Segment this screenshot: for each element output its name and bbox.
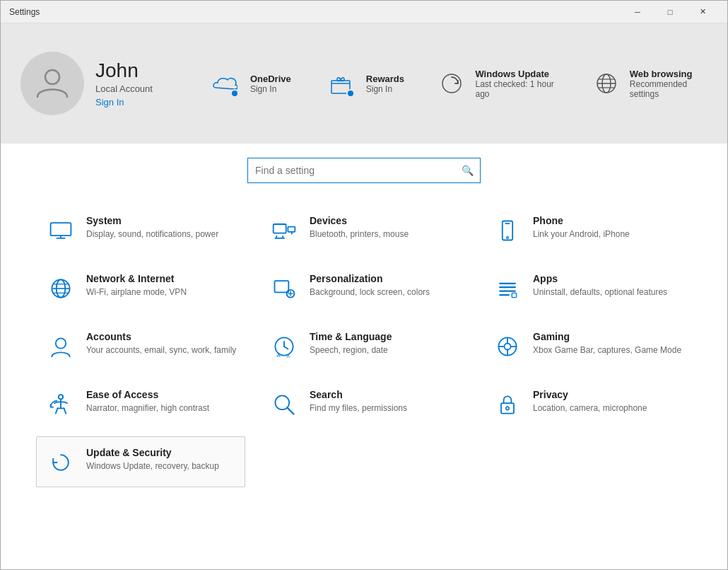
rewards-sub: Sign In <box>366 84 404 94</box>
personalization-icon <box>270 274 298 303</box>
time-icon: A あ <box>270 332 298 361</box>
service-windows-update[interactable]: Windows Update Last checked: 1 hour ago <box>438 68 558 99</box>
gaming-icon <box>493 332 522 361</box>
svg-rect-49 <box>501 403 514 413</box>
search-settings-text: Search Find my files, permissions <box>310 389 407 414</box>
svg-line-48 <box>288 408 294 414</box>
onedrive-sub: Sign In <box>250 84 291 94</box>
personalization-desc: Background, lock screen, colors <box>310 286 430 298</box>
header-section: John Local Account Sign In OneDrive Sign… <box>1 23 727 144</box>
profile-name: John <box>95 59 153 82</box>
privacy-text: Privacy Location, camera, microphone <box>533 389 647 414</box>
setting-update[interactable]: Update & Security Windows Update, recove… <box>36 436 245 487</box>
network-title: Network & Internet <box>86 273 187 284</box>
windows-update-name: Windows Update <box>475 69 558 79</box>
windows-update-sub: Last checked: 1 hour ago <box>475 79 558 99</box>
network-icon <box>47 274 75 303</box>
web-browsing-sub: Recommended settings <box>630 79 708 99</box>
svg-point-50 <box>506 407 510 410</box>
service-web-browsing[interactable]: Web browsing Recommended settings <box>592 68 708 99</box>
apps-desc: Uninstall, defaults, optional features <box>533 286 667 298</box>
time-title: Time & Language <box>310 331 392 342</box>
svg-rect-8 <box>51 223 71 235</box>
search-icon: 🔍 <box>462 165 474 176</box>
network-text: Network & Internet Wi-Fi, airplane mode,… <box>86 273 187 298</box>
rewards-icon <box>325 68 356 99</box>
personalization-title: Personalization <box>310 273 430 284</box>
devices-desc: Bluetooth, printers, mouse <box>310 228 409 240</box>
user-avatar-icon <box>33 63 71 104</box>
svg-rect-33 <box>512 293 516 297</box>
setting-network[interactable]: Network & Internet Wi-Fi, airplane mode,… <box>36 262 245 313</box>
apps-text: Apps Uninstall, defaults, optional featu… <box>533 273 667 298</box>
setting-apps[interactable]: Apps Uninstall, defaults, optional featu… <box>483 262 692 313</box>
svg-rect-12 <box>288 227 295 232</box>
web-browsing-text: Web browsing Recommended settings <box>630 69 708 99</box>
setting-phone[interactable]: Phone Link your Android, iPhone <box>483 204 692 255</box>
ease-text: Ease of Access Narrator, magnifier, high… <box>86 389 209 414</box>
setting-devices[interactable]: Devices Bluetooth, printers, mouse <box>259 204 469 255</box>
time-desc: Speech, region, date <box>310 344 392 356</box>
rewards-text: Rewards Sign In <box>366 74 404 94</box>
setting-time[interactable]: A あ Time & Language Speech, region, date <box>259 320 469 371</box>
apps-title: Apps <box>533 273 667 284</box>
devices-icon <box>270 216 298 245</box>
svg-rect-11 <box>274 224 286 233</box>
profile-section: John Local Account Sign In <box>20 52 153 115</box>
settings-grid: System Display, sound, notifications, po… <box>22 204 706 487</box>
devices-title: Devices <box>310 215 409 226</box>
svg-point-0 <box>45 70 59 84</box>
gaming-desc: Xbox Game Bar, captures, Game Mode <box>533 344 681 356</box>
system-desc: Display, sound, notifications, power <box>86 228 218 240</box>
ease-desc: Narrator, magnifier, high contrast <box>86 402 209 414</box>
windows-update-text: Windows Update Last checked: 1 hour ago <box>475 69 558 99</box>
update-title: Update & Security <box>86 447 219 458</box>
windows-update-icon <box>438 68 465 99</box>
system-icon <box>47 216 75 245</box>
phone-icon <box>493 216 522 245</box>
accounts-desc: Your accounts, email, sync, work, family <box>86 344 236 356</box>
rewards-dot <box>346 89 355 98</box>
network-desc: Wi-Fi, airplane mode, VPN <box>86 286 187 298</box>
privacy-desc: Location, camera, microphone <box>533 402 647 414</box>
accounts-title: Accounts <box>86 331 236 342</box>
accounts-text: Accounts Your accounts, email, sync, wor… <box>86 331 236 356</box>
setting-accounts[interactable]: Accounts Your accounts, email, sync, wor… <box>36 320 245 371</box>
avatar <box>20 52 84 115</box>
onedrive-icon <box>209 68 240 99</box>
system-text: System Display, sound, notifications, po… <box>86 215 218 240</box>
update-desc: Windows Update, recovery, backup <box>86 460 219 472</box>
setting-system[interactable]: System Display, sound, notifications, po… <box>36 204 245 255</box>
profile-signin-link[interactable]: Sign In <box>95 97 153 107</box>
gaming-title: Gaming <box>533 331 681 342</box>
svg-rect-25 <box>275 281 289 292</box>
phone-title: Phone <box>533 215 630 226</box>
setting-gaming[interactable]: Gaming Xbox Game Bar, captures, Game Mod… <box>483 320 692 371</box>
minimize-button[interactable]: ─ <box>621 1 654 23</box>
window-controls: ─ □ ✕ <box>621 1 719 23</box>
title-bar: Settings ─ □ ✕ <box>1 1 727 23</box>
system-title: System <box>86 215 218 226</box>
app-title: Settings <box>9 7 40 17</box>
personalization-text: Personalization Background, lock screen,… <box>310 273 430 298</box>
setting-privacy[interactable]: Privacy Location, camera, microphone <box>483 378 692 429</box>
svg-point-46 <box>59 395 63 399</box>
privacy-icon <box>493 390 522 419</box>
svg-point-41 <box>505 344 511 350</box>
devices-text: Devices Bluetooth, printers, mouse <box>310 215 409 240</box>
service-rewards[interactable]: Rewards Sign In <box>325 68 404 99</box>
profile-info: John Local Account Sign In <box>95 59 153 107</box>
svg-point-34 <box>56 338 66 348</box>
svg-point-19 <box>507 237 509 239</box>
setting-search[interactable]: Search Find my files, permissions <box>259 378 469 429</box>
phone-desc: Link your Android, iPhone <box>533 228 630 240</box>
apps-icon <box>493 274 522 303</box>
setting-personalization[interactable]: Personalization Background, lock screen,… <box>259 262 469 313</box>
search-input[interactable] <box>247 158 481 183</box>
svg-line-37 <box>284 347 288 349</box>
setting-ease[interactable]: Ease of Access Narrator, magnifier, high… <box>36 378 245 429</box>
maximize-button[interactable]: □ <box>654 1 686 23</box>
service-onedrive[interactable]: OneDrive Sign In <box>209 68 291 99</box>
close-button[interactable]: ✕ <box>686 1 719 23</box>
search-box: 🔍 <box>247 158 481 183</box>
